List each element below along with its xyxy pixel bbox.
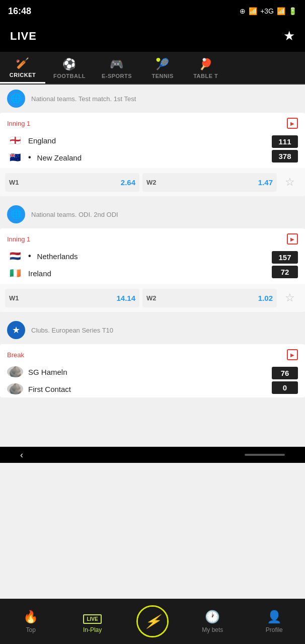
team-row-nz: 🇳🇿 • New Zealand — [7, 149, 272, 166]
nav-top[interactable]: 🔥 Top — [13, 610, 48, 633]
odd-box-w1-1[interactable]: W1 2.64 — [5, 173, 139, 192]
tabletennis-icon: 🏓 — [199, 58, 213, 71]
header-star[interactable]: ★ — [283, 28, 295, 44]
league-name-2: National teams. ODI. 2nd ODI — [31, 211, 118, 218]
dot-nz: • — [28, 153, 31, 162]
team-name-ireland: Ireland — [28, 269, 51, 278]
status-icons: ⊕ 📶 +3G 📶 🔋 — [240, 7, 297, 15]
flag-england: 🏴󠁧󠁢󠁥󠁮󠁧󠁿 — [7, 135, 23, 146]
favorite-star-1[interactable]: ☆ — [280, 172, 300, 192]
signal-bars: 📶 — [277, 7, 285, 15]
network-icon: ⊕ — [240, 7, 246, 15]
team-row-firstcontact: 🪨 First Contact — [7, 380, 272, 397]
home-bar — [245, 454, 285, 456]
live-video-icon-3[interactable]: ▶ — [287, 349, 298, 360]
status-bar: 16:48 ⊕ 📶 +3G 📶 🔋 — [0, 0, 305, 22]
battery-icon: 🔋 — [288, 7, 297, 15]
team-name-nz: New Zealand — [37, 153, 82, 162]
team-row-netherlands: 🇳🇱 • Netherlands — [7, 248, 272, 265]
team-row-england: 🏴󠁧󠁢󠁥󠁮󠁧󠁿 England — [7, 132, 272, 149]
odd-value-w2-2: 1.02 — [258, 294, 273, 302]
scores-2: 157 72 — [272, 248, 298, 282]
back-chevron[interactable]: ‹ — [20, 450, 23, 460]
team-name-netherlands: Netherlands — [37, 252, 78, 261]
score-netherlands: 157 — [272, 251, 298, 264]
nav-profile[interactable]: 👤 Profile — [257, 610, 292, 633]
nav-top-label: Top — [26, 626, 36, 633]
nav-center-button[interactable]: ⚡ — [136, 605, 169, 637]
match-header-1: Inning 1 ▶ — [0, 113, 305, 132]
league-name-3: Clubs. European Series T10 — [31, 327, 113, 334]
team-row-sghameln: 🪨 SG Hameln — [7, 363, 272, 380]
network-type: +3G — [260, 7, 274, 15]
sport-football-label: FOOTBALL — [53, 73, 86, 79]
main-content: 🌐 National teams. Test match. 1st Test I… — [0, 85, 305, 447]
score-nz: 378 — [272, 150, 298, 163]
fire-icon: 🔥 — [23, 610, 38, 624]
home-indicator: ‹ — [0, 447, 305, 463]
match-header-3: Break ▶ — [0, 344, 305, 363]
person-icon: 👤 — [267, 610, 282, 624]
match-header-2: Inning 1 ▶ — [0, 228, 305, 248]
live-video-icon-2[interactable]: ▶ — [287, 233, 298, 245]
nav-center-inner: ⚡ — [138, 607, 167, 636]
team-name-sghameln: SG Hameln — [28, 368, 67, 376]
live-video-icon-1[interactable]: ▶ — [287, 118, 298, 129]
odd-label-w1-2: W1 — [9, 294, 19, 302]
score-england: 111 — [272, 135, 298, 148]
clock-icon: 🕐 — [205, 610, 220, 624]
signal-icon: 📶 — [249, 7, 257, 15]
score-sghameln: 76 — [272, 367, 298, 379]
teams-list-2: 🇳🇱 • Netherlands 🇮🇪 Ireland — [7, 248, 272, 282]
sport-esports[interactable]: 🎮 E-SPORTS — [94, 52, 140, 84]
match-card-2: Inning 1 ▶ 🇳🇱 • Netherlands 🇮🇪 Ireland 1… — [0, 228, 305, 312]
sport-esports-label: E-SPORTS — [102, 73, 132, 79]
match-card-1: Inning 1 ▶ 🏴󠁧󠁢󠁥󠁮󠁧󠁿 England 🇳🇿 • New Zeal… — [0, 113, 305, 196]
score-ireland: 72 — [272, 266, 298, 278]
scores-3: 76 0 — [272, 363, 298, 397]
teams-section-3: 🪨 SG Hameln 🪨 First Contact 76 0 — [0, 363, 305, 397]
flag-netherlands: 🇳🇱 — [7, 251, 23, 262]
nav-mybets[interactable]: 🕐 My bets — [195, 610, 230, 633]
football-icon: ⚽ — [62, 58, 77, 71]
odd-label-w2-2: W2 — [146, 294, 157, 302]
league-header-1: 🌐 National teams. Test match. 1st Test — [0, 85, 305, 113]
odds-row-2: W1 14.14 W2 1.02 ☆ — [0, 284, 305, 312]
odd-label-w1-1: W1 — [9, 179, 19, 186]
odd-box-w2-2[interactable]: W2 1.02 — [142, 289, 277, 307]
live-badge: LIVE — [83, 614, 101, 624]
league-name-1: National teams. Test match. 1st Test — [31, 95, 136, 103]
inning-label-2: Inning 1 — [7, 235, 30, 243]
scores-1: 111 378 — [272, 132, 298, 166]
header-title: LIVE — [10, 30, 37, 43]
odd-box-w2-1[interactable]: W2 1.47 — [142, 173, 277, 192]
dot-netherlands: • — [28, 252, 31, 261]
flag-nz: 🇳🇿 — [7, 152, 23, 163]
sport-tennis[interactable]: 🎾 TENNIS — [140, 52, 185, 84]
league-icon-2: 🌐 — [7, 205, 25, 223]
team-name-england: England — [28, 136, 56, 145]
inning-label-1: Inning 1 — [7, 120, 30, 127]
sport-cricket-label: CRICKET — [10, 72, 36, 78]
favorite-star-2[interactable]: ☆ — [280, 288, 300, 308]
nav-mybets-label: My bets — [202, 626, 223, 633]
league-header-2: 🌐 National teams. ODI. 2nd ODI — [0, 200, 305, 228]
sport-tabletennis-label: TABLE T — [193, 73, 218, 79]
odd-value-w1-2: 14.14 — [116, 294, 135, 302]
bottom-nav: 🔥 Top LIVE In-Play ⚡ 🕐 My bets 👤 Profile — [0, 599, 305, 644]
break-label: Break — [7, 351, 24, 359]
nav-profile-label: Profile — [266, 626, 283, 633]
sport-tabletennis[interactable]: 🏓 TABLE T — [185, 52, 226, 84]
flag-firstcontact: 🪨 — [7, 383, 23, 394]
tennis-icon: 🎾 — [156, 58, 170, 71]
odd-box-w1-2[interactable]: W1 14.14 — [5, 289, 139, 307]
teams-section-2: 🇳🇱 • Netherlands 🇮🇪 Ireland 157 72 — [0, 248, 305, 282]
header: LIVE ★ — [0, 22, 305, 52]
nav-inplay[interactable]: LIVE In-Play — [75, 610, 110, 633]
odds-row-1: W1 2.64 W2 1.47 ☆ — [0, 168, 305, 196]
odd-label-w2-1: W2 — [146, 179, 157, 186]
sport-cricket[interactable]: 🏏 CRICKET — [0, 52, 45, 84]
odd-value-w1-1: 2.64 — [121, 178, 135, 187]
status-time: 16:48 — [8, 6, 31, 17]
sport-football[interactable]: ⚽ FOOTBALL — [45, 52, 94, 84]
